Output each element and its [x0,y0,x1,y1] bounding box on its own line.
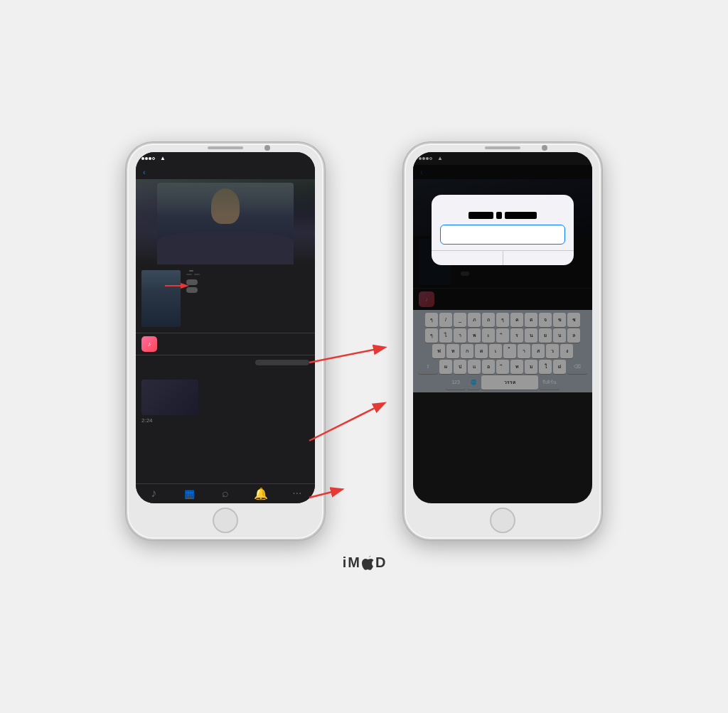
left-tab-tones[interactable]: 🔔 [243,487,279,502]
left-phone: ▲ ‹ [126,142,325,540]
left-tab-details[interactable] [141,360,196,365]
redact1 [469,212,493,219]
left-tab-reviews[interactable] [198,360,252,365]
signal-dots [141,157,155,160]
left-movie-subtitle [186,274,309,275]
apple-logo-svg [361,555,374,571]
left-speaker [208,146,243,149]
dialog-redacted-email [432,212,574,219]
left-status-bar: ▲ [136,152,315,165]
left-buy-arrow [165,281,190,291]
brand-apple-icon [361,554,374,572]
dialog-ok-button[interactable] [503,251,574,265]
branding: i M D [343,554,386,572]
left-movie-hero [136,179,315,264]
dialog-title [432,195,574,206]
dialog-body [432,206,574,212]
left-tab-search[interactable]: ⌕ [208,487,243,502]
more-tab-icon: ··· [292,487,301,500]
left-camera [264,145,270,151]
left-itunes-extras: ♪ [136,333,315,355]
right-home-button[interactable] [490,508,515,533]
redact3 [505,212,537,219]
left-wifi-icon: ▲ [160,155,166,161]
brand-i: i [343,554,347,571]
left-phone-top-bar [127,144,323,152]
signin-dialog [432,195,574,265]
right-speaker [485,146,520,149]
tones-tab-icon: 🔔 [254,487,268,500]
left-subtitle-cc [194,274,200,275]
left-back-chevron: ‹ [143,168,146,176]
dialog-overlay [413,152,592,503]
dot4 [152,157,155,160]
search-tab-icon: ⌕ [222,487,229,500]
redact2 [496,212,502,219]
left-home-button[interactable] [213,508,238,533]
trailer-duration: 2:24 [141,417,198,424]
left-back-button[interactable]: ‹ [143,168,147,176]
left-hd-badge [189,270,193,272]
left-subtitle-thai [186,274,192,275]
trailer-thumbnail[interactable] [141,380,198,415]
left-status-left: ▲ [141,155,166,161]
dot2 [145,157,148,160]
films-tab-icon: ▦ [184,487,195,500]
dot1 [141,157,144,160]
right-phone: ▲ ‹ [403,142,602,540]
dot3 [149,157,151,160]
left-nav-bar: ‹ [136,165,315,179]
dialog-password-input[interactable] [440,225,565,245]
left-tab-row [136,355,315,370]
right-camera [542,145,547,151]
brand-m: M [348,554,360,571]
dialog-cancel-button[interactable] [432,251,503,265]
itunes-icon: ♪ [148,341,151,348]
left-phone-screen: ▲ ‹ [136,152,315,503]
left-tab-related[interactable] [255,360,309,365]
right-phone-top-bar [405,144,601,152]
left-tab-music[interactable]: ♪ [136,487,171,502]
left-tab-more[interactable]: ··· [279,487,315,502]
left-movie-details [186,270,309,327]
right-phone-screen: ▲ ‹ [413,152,592,503]
music-tab-icon: ♪ [151,487,156,500]
left-content-area: 2:24 [136,370,315,483]
left-movie-info [136,264,315,333]
left-itunes-logo: ♪ [141,336,157,352]
brand-od: D [375,554,385,571]
left-movie-poster [141,270,181,327]
left-bottom-tabs: ♪ ▦ ⌕ 🔔 ··· [136,483,315,503]
dialog-buttons [432,250,574,265]
left-title-row [186,270,309,272]
phones-wrapper: ▲ ‹ [126,142,602,540]
left-tab-films[interactable]: ▦ [171,487,207,502]
poster-bg [141,270,181,327]
